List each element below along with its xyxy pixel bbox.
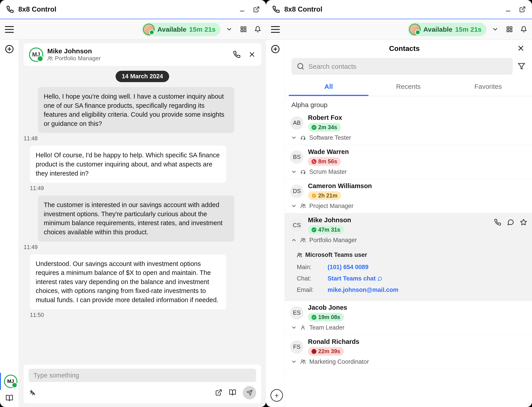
fab-add-button[interactable]: + <box>270 389 283 402</box>
role-icon <box>300 325 306 330</box>
app-title: 8x8 Control <box>18 5 239 13</box>
contact-name: Robert Fox <box>308 114 342 121</box>
popout-compose-icon[interactable] <box>215 389 222 397</box>
filter-icon[interactable] <box>518 62 525 71</box>
close-chat-button[interactable] <box>248 50 256 59</box>
status-time: 15m 21s <box>455 26 482 33</box>
menu-icon[interactable] <box>5 26 14 33</box>
chevron-down-icon[interactable] <box>492 26 499 33</box>
contact-row[interactable]: DSCameron Williamson2h 21mProject Manage… <box>285 179 532 213</box>
chat-header-avatar: MJ <box>29 47 43 62</box>
contact-details: Microsoft Teams userMain:(101) 654 0089C… <box>285 247 532 301</box>
status-chip[interactable]: Available 15m 21s <box>142 23 220 36</box>
popout-icon[interactable] <box>253 6 260 13</box>
topbar: Available 15m 21s <box>266 19 532 40</box>
message-input[interactable] <box>29 369 256 382</box>
status-chip[interactable]: Available 15m 21s <box>408 23 486 36</box>
contact-role: Team Leader <box>309 324 344 331</box>
add-button[interactable] <box>271 44 280 54</box>
bell-icon[interactable] <box>254 26 261 33</box>
popout-icon[interactable] <box>519 6 526 13</box>
apps-icon[interactable] <box>506 26 513 33</box>
status-badge: 47m 31s <box>308 225 344 234</box>
minimize-icon[interactable] <box>239 6 245 13</box>
add-button[interactable] <box>5 44 14 54</box>
status-text: Available <box>423 26 453 33</box>
contact-row[interactable]: ABRobert Fox2m 34sSoftware Tester <box>285 111 532 145</box>
message-bubble: Hello, I hope you're doing well. I have … <box>38 87 234 133</box>
email-label: Email: <box>297 287 321 293</box>
status-badge: 22m 39s <box>308 347 344 356</box>
expand-toggle[interactable] <box>291 324 297 331</box>
contact-avatar: BS <box>290 150 304 164</box>
contact-avatar: CS <box>290 219 304 232</box>
titlebar: 8x8 Control <box>0 0 266 19</box>
call-contact-button[interactable] <box>494 218 501 227</box>
message-time: 11:49 <box>30 185 261 191</box>
apps-icon[interactable] <box>240 26 247 33</box>
contact-avatar: DS <box>290 185 304 198</box>
menu-icon[interactable] <box>271 26 280 33</box>
close-contacts-button[interactable] <box>517 44 525 53</box>
expand-toggle[interactable] <box>291 203 297 210</box>
contact-role: Project Manager <box>309 203 353 210</box>
expand-toggle[interactable] <box>291 237 297 244</box>
message-time: 11:49 <box>24 244 254 250</box>
message-contact-button[interactable] <box>507 218 514 227</box>
call-button[interactable] <box>233 50 241 59</box>
contact-name: Jacob Jones <box>308 304 347 311</box>
status-time: 15m 21s <box>189 26 216 33</box>
search-input[interactable] <box>308 63 508 70</box>
expand-toggle[interactable] <box>291 358 297 365</box>
avatar <box>143 24 155 35</box>
contact-role: Marketing Coordinator <box>309 358 369 365</box>
message-bubble: Hello! Of course, I'd be happy to help. … <box>30 146 226 183</box>
favorite-contact-button[interactable] <box>520 218 527 227</box>
avatar <box>409 24 421 35</box>
expand-toggle[interactable] <box>291 168 297 175</box>
tab-recents[interactable]: Recents <box>368 78 448 96</box>
status-text: Available <box>157 26 187 33</box>
send-button[interactable] <box>243 386 256 399</box>
minimize-icon[interactable] <box>505 6 511 13</box>
expand-toggle[interactable] <box>291 134 297 141</box>
contact-row[interactable]: ESJacob Jones19m 08sTeam Leader <box>285 301 532 335</box>
chat-header: MJ Mike Johnson Portfolio Manager <box>24 43 261 66</box>
contacts-book-icon[interactable] <box>6 394 13 403</box>
main-phone[interactable]: (101) 654 0089 <box>328 264 368 271</box>
status-badge: 2h 21m <box>308 191 341 200</box>
left-rail: MJ <box>0 40 19 407</box>
email-link[interactable]: mike.johnson@mail.com <box>328 287 398 293</box>
chevron-down-icon[interactable] <box>226 26 233 33</box>
bell-icon[interactable] <box>520 26 527 33</box>
contact-name: Ronald Richards <box>308 338 359 345</box>
contact-name: Mike Johnson <box>308 216 351 224</box>
phone-icon <box>6 5 14 14</box>
contact-row[interactable]: CSMike Johnson47m 31sPortfolio Manager <box>285 213 532 247</box>
active-conversation-tab[interactable]: MJ <box>0 373 19 390</box>
details-header: Microsoft Teams user <box>305 251 367 258</box>
status-badge: 19m 08s <box>308 313 344 321</box>
translate-icon[interactable] <box>29 389 36 397</box>
contact-avatar: AB <box>290 116 304 130</box>
message-time: 11:48 <box>24 135 254 142</box>
tab-all[interactable]: All <box>289 78 368 96</box>
contact-row[interactable]: FSRonald Richards22m 39sMarketing Coordi… <box>285 335 532 369</box>
conversation-avatar: MJ <box>4 375 17 388</box>
composer <box>24 365 261 403</box>
role-icon <box>300 359 306 364</box>
templates-icon[interactable] <box>229 389 236 397</box>
date-separator: 14 March 2024 <box>116 71 169 82</box>
search-icon <box>297 62 304 71</box>
role-icon <box>300 135 306 140</box>
role-icon <box>300 237 306 243</box>
contact-role: Portfolio Manager <box>309 237 357 244</box>
message-bubble: The customer is interested in our saving… <box>38 196 234 242</box>
chat-panel: MJ Mike Johnson Portfolio Manager 14 Mar… <box>19 40 266 407</box>
start-teams-chat[interactable]: Start Teams chat <box>328 275 382 282</box>
phone-icon <box>272 5 280 14</box>
role-icon <box>300 203 306 209</box>
tab-favorites[interactable]: Favorites <box>448 78 528 96</box>
contact-row[interactable]: BSWade Warren8m 56sScrum Master <box>285 145 532 179</box>
search-box[interactable] <box>291 58 513 75</box>
